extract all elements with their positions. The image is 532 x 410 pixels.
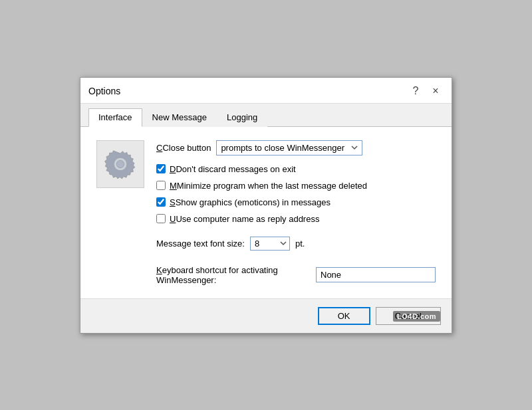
dialog-footer: OK Cancel <box>80 298 452 333</box>
font-size-select[interactable]: 8 6 7 9 10 11 12 14 16 <box>250 237 290 251</box>
font-size-row: Message text font size: 8 6 7 9 10 11 12… <box>156 237 436 251</box>
checkbox-dont-discard-input[interactable] <box>156 164 166 173</box>
help-button[interactable]: ? <box>408 83 424 99</box>
options-dialog: Options ? × Interface New Message Loggin… <box>80 77 452 334</box>
ok-button[interactable]: OK <box>318 307 370 325</box>
app-icon-box <box>96 140 144 188</box>
tabs-container: Interface New Message Logging <box>80 104 452 127</box>
close-button-label: CClose button <box>156 143 211 153</box>
gear-icon <box>103 147 138 181</box>
cancel-button[interactable]: Cancel <box>376 307 441 325</box>
keyboard-shortcut-row: Keyboard shortcut for activating WinMess… <box>156 265 436 285</box>
keyboard-label: Keyboard shortcut for activating WinMess… <box>156 265 311 285</box>
content-inner: CClose button prompts to close WinMessen… <box>96 140 436 285</box>
title-bar: Options ? × <box>80 78 452 104</box>
checkbox-show-graphics[interactable]: SShow graphics (emoticons) in messages <box>156 197 436 207</box>
close-button-row: CClose button prompts to close WinMessen… <box>156 140 436 155</box>
tab-new-message[interactable]: New Message <box>142 108 217 127</box>
font-size-label: Message text font size: <box>156 239 245 249</box>
dialog-title: Options <box>88 86 120 96</box>
tab-logging[interactable]: Logging <box>217 108 267 127</box>
tab-content: CClose button prompts to close WinMessen… <box>80 127 452 298</box>
title-controls: ? × <box>408 83 444 99</box>
checkbox-use-computer-name[interactable]: UUse computer name as reply address <box>156 214 436 224</box>
svg-point-1 <box>116 160 124 167</box>
checkbox-minimize-program[interactable]: MMinimize program when the last message … <box>156 181 436 191</box>
keyboard-shortcut-input[interactable] <box>316 267 436 282</box>
checkbox-minimize-input[interactable] <box>156 181 166 190</box>
checkbox-dont-discard[interactable]: DDon't discard messages on exit <box>156 164 436 174</box>
checkbox-show-graphics-input[interactable] <box>156 197 166 207</box>
font-size-unit: pt. <box>295 239 305 249</box>
close-button-dropdown[interactable]: prompts to close WinMessenger closes Win… <box>216 140 362 155</box>
close-button[interactable]: × <box>428 83 444 99</box>
options-area: CClose button prompts to close WinMessen… <box>156 140 436 285</box>
tab-interface[interactable]: Interface <box>88 108 142 127</box>
checkbox-use-computer-name-input[interactable] <box>156 214 166 223</box>
